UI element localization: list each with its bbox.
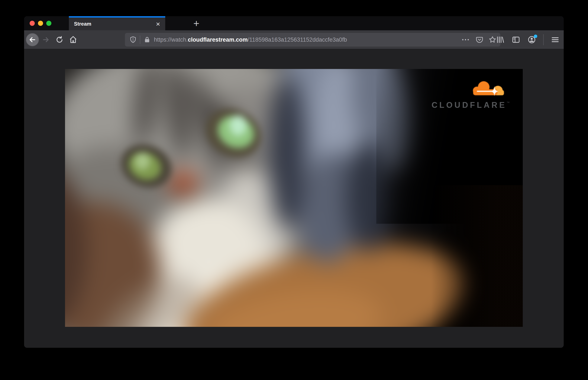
tab-stream[interactable]: Stream × [69, 16, 165, 30]
account-button[interactable] [527, 36, 536, 44]
home-button[interactable] [66, 33, 80, 47]
bookmark-star-icon[interactable] [488, 36, 497, 44]
account-notification-dot [534, 35, 537, 38]
cloudflare-wordmark: CLOUDFLARE [432, 100, 507, 110]
back-button[interactable] [26, 33, 39, 46]
tab-title: Stream [74, 21, 155, 27]
sidebar-icon[interactable] [512, 36, 520, 44]
url-bar[interactable]: https://watch.cloudflarestream.com/11859… [125, 33, 500, 47]
window-minimize-button[interactable] [38, 21, 43, 26]
traffic-lights [30, 21, 51, 26]
navigation-toolbar: https://watch.cloudflarestream.com/11859… [24, 30, 564, 49]
tracking-protection-shield-icon[interactable] [129, 36, 137, 43]
forward-button[interactable] [39, 33, 53, 47]
toolbar-separator [543, 34, 544, 45]
url-text[interactable]: https://watch.cloudflarestream.com/11859… [154, 37, 462, 43]
reload-icon [55, 36, 64, 44]
library-icon[interactable] [496, 36, 504, 44]
url-scheme: https://watch. [154, 37, 188, 43]
cloudflare-trademark: ™ [507, 101, 510, 104]
video-corner-shadow [431, 185, 523, 327]
tab-close-icon[interactable]: × [155, 20, 161, 28]
video-player[interactable]: CLOUDFLARE ™ [65, 69, 523, 327]
window-close-button[interactable] [30, 21, 35, 26]
home-icon [69, 36, 77, 44]
toolbar-right-icons [496, 30, 559, 49]
urlbar-divider [140, 36, 140, 44]
cloudflare-cloud-icon [470, 80, 507, 99]
url-domain: cloudflarestream.com [188, 37, 248, 43]
reload-button[interactable] [53, 33, 66, 47]
new-tab-button[interactable]: + [188, 16, 205, 30]
tab-strip: Stream × + [24, 16, 564, 30]
window-zoom-button[interactable] [46, 21, 51, 26]
menu-hamburger-icon[interactable] [551, 36, 559, 44]
page-actions-button[interactable]: ••• [462, 37, 470, 42]
cloudflare-logo: CLOUDFLARE ™ [429, 80, 510, 110]
lock-icon[interactable] [144, 36, 151, 43]
forward-arrow-icon [42, 36, 50, 44]
page-content: CLOUDFLARE ™ [24, 49, 564, 348]
browser-window: Stream × + https://watch.cloudflarestrea… [24, 16, 564, 348]
url-path: /118598a163a125631152ddaccfe3a0fb [248, 37, 347, 43]
pocket-icon[interactable] [476, 36, 483, 43]
back-arrow-icon [28, 36, 36, 44]
